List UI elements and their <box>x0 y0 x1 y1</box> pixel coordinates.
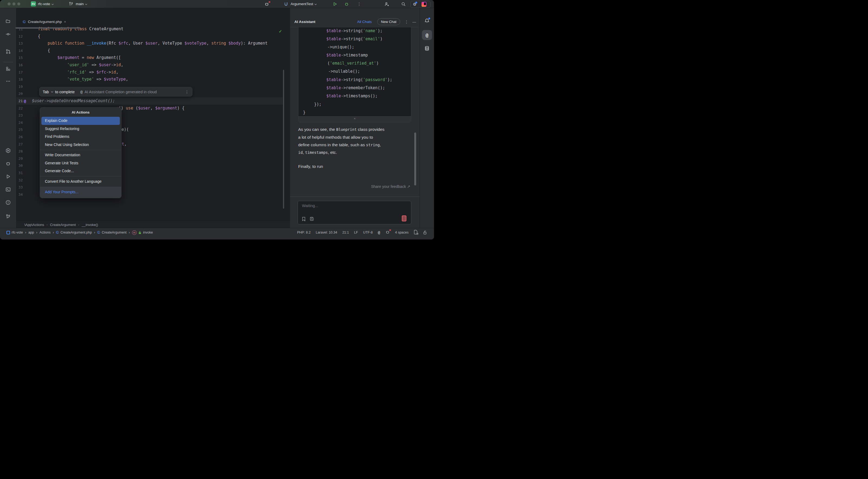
editor-vertical-scrollbar[interactable] <box>283 70 284 209</box>
tab-close-icon[interactable]: × <box>64 20 66 24</box>
save-icon[interactable] <box>310 216 314 221</box>
status-crumb-createargument[interactable]: ©CreateArgument <box>97 231 127 234</box>
hint-kebab-icon[interactable]: ⋮ <box>185 90 189 94</box>
menu-item-new-chat-using-selection[interactable]: New Chat Using Selection <box>41 141 120 149</box>
project-badge: RV <box>31 1 36 6</box>
menu-item-find-problems[interactable]: Find Problems <box>41 133 120 141</box>
share-feedback-link[interactable]: Share your feedback ↗ <box>371 184 410 189</box>
commit-tool-icon[interactable] <box>6 32 11 37</box>
chat-paragraph-line: As you can see, the Blueprint class prov… <box>298 126 384 133</box>
chat-input[interactable]: Waiting... <box>298 201 411 225</box>
chat-code-line: ('email_verified_at') <box>328 59 379 67</box>
ai-assistant-tool-icon[interactable]: @ <box>422 30 432 40</box>
breadcrumb-item[interactable]: CreateArgument <box>50 223 76 227</box>
code-line: 'rfc_id' => $rfc->id, <box>67 69 119 76</box>
mute-breakpoints-status-icon[interactable]: ✕ <box>385 230 390 234</box>
editor-breadcrumb[interactable]: \App\Actions›CreateArgument›__invoke() <box>16 220 290 229</box>
ai-completion-hint: Tab to complete @ AI Assistant Completio… <box>39 87 192 97</box>
ai-status-icon[interactable]: @ <box>378 230 380 235</box>
status-icon-wrap: ⚙ <box>414 230 418 235</box>
pull-requests-tool-icon[interactable] <box>6 49 11 54</box>
prompt-library-icon[interactable] <box>302 216 306 221</box>
notifications-bell-icon[interactable] <box>424 18 430 24</box>
chat-paragraph-line: id, timestamps, etc. <box>298 148 337 156</box>
chat-code-line: } <box>303 108 306 116</box>
new-chat-button[interactable]: New Chat <box>377 19 400 25</box>
status-item-4-spaces[interactable]: 4 spaces <box>395 231 409 234</box>
all-chats-link[interactable]: All Chats <box>357 20 372 24</box>
hint-action: to complete <box>55 90 75 94</box>
status-icon-wrap: @ <box>378 230 380 235</box>
status-crumb-createargument-php[interactable]: ©CreateArgument.php <box>56 231 92 234</box>
code-line: $user->updateUnreadMessageCount(); <box>32 97 115 105</box>
code-line: public function __invoke(Rfc $rfc, User … <box>48 40 268 47</box>
window-zoom-button[interactable] <box>17 2 20 5</box>
search-everywhere-icon[interactable] <box>401 2 406 6</box>
horizontal-scrollbar[interactable] <box>16 27 81 29</box>
status-crumb-app[interactable]: app <box>28 231 34 234</box>
panel-minimize-icon[interactable]: — <box>412 20 416 24</box>
right-tool-strip: @ <box>420 8 434 228</box>
breadcrumb-item[interactable]: \App\Actions <box>24 223 44 227</box>
problems-tool-icon[interactable] <box>5 200 11 205</box>
run-button[interactable] <box>333 2 337 6</box>
menu-item-convert-file-to-another-language[interactable]: Convert File to Another Language <box>41 178 120 186</box>
window-minimize-button[interactable] <box>12 2 16 5</box>
status-item-laravel-10-34[interactable]: Laravel: 10.34 <box>316 231 337 234</box>
file-settings-icon[interactable]: ⚙ <box>414 230 418 234</box>
status-crumb-actions[interactable]: Actions <box>39 231 51 234</box>
chat-code-line: $table->rememberToken(); <box>326 84 385 92</box>
status-item-utf-8[interactable]: UTF-8 <box>363 231 373 234</box>
mute-breakpoints-icon[interactable]: ✕ <box>265 2 269 6</box>
chat-code-line: }); <box>314 100 321 108</box>
status-crumb-invoke[interactable]: minvoke <box>132 230 153 235</box>
stop-generation-button[interactable] <box>402 215 406 221</box>
status-crumb-rfc-vote[interactable]: rfc-vote <box>6 231 23 234</box>
project-switcher[interactable]: rfc-vote <box>38 0 54 8</box>
project-icon <box>6 231 10 234</box>
menu-item-explain-code[interactable]: Explain Code <box>41 117 120 125</box>
run-configuration-select[interactable]: ArgumentTest <box>290 0 317 8</box>
panel-kebab-icon[interactable]: ⋮ <box>404 20 409 24</box>
services-tool-icon[interactable] <box>5 148 11 153</box>
code-block-collapse[interactable]: ^ <box>299 116 411 122</box>
code-with-me-icon[interactable] <box>384 2 390 7</box>
chat-scrollbar[interactable] <box>414 132 416 185</box>
window-close-button[interactable] <box>7 2 10 5</box>
chevron-down-icon <box>85 3 87 5</box>
gutter-ai-icon[interactable]: @ <box>24 98 26 105</box>
structure-tool-icon[interactable] <box>6 66 11 71</box>
unlocked-icon[interactable] <box>423 230 427 235</box>
chevron-down-icon[interactable] <box>51 91 53 93</box>
debug-button[interactable] <box>344 2 349 6</box>
branch-switcher[interactable]: main <box>76 0 87 8</box>
branch-icon <box>69 2 73 6</box>
project-tool-icon[interactable] <box>6 19 11 24</box>
chat-code-line: $table->string('password'); <box>326 76 392 84</box>
menu-item-generate-unit-tests[interactable]: Generate Unit Tests <box>41 159 120 167</box>
inspections-ok-icon[interactable]: ✓ <box>279 29 282 34</box>
menu-item-add-your-prompts[interactable]: Add Your Prompts... <box>41 188 120 196</box>
status-item-lf[interactable]: LF <box>354 231 358 234</box>
database-tool-icon[interactable] <box>424 46 430 51</box>
settings-gear-icon[interactable]: ⚙ <box>413 2 416 7</box>
breadcrumb-item[interactable]: __invoke() <box>82 223 98 227</box>
hint-source: AI Assistant Completion generated in clo… <box>85 90 157 94</box>
menu-item-write-documentation[interactable]: Write Documentation <box>41 151 120 159</box>
jetbrains-ai-icon[interactable] <box>422 2 427 7</box>
more-tools-icon[interactable] <box>6 79 11 84</box>
chat-code-line: $table->timestamp <box>326 51 368 59</box>
status-breadcrumbs: rfc-vote›app›Actions›©CreateArgument.php… <box>0 228 153 237</box>
status-item-21-1[interactable]: 21:1 <box>342 231 349 234</box>
more-actions-button[interactable]: ⋮ <box>357 0 361 8</box>
status-item-php-8-2[interactable]: PHP: 8.2 <box>297 231 311 234</box>
menu-item-generate-code[interactable]: Generate Code... <box>41 167 120 175</box>
code-line: $argument = new Argument([ <box>57 54 121 61</box>
run-tool-icon[interactable] <box>5 174 11 179</box>
git-tool-icon[interactable] <box>5 214 11 219</box>
menu-item-suggest-refactoring[interactable]: Suggest Refactoring <box>41 125 120 133</box>
terminal-tool-icon[interactable] <box>5 187 11 192</box>
debug-tool-icon[interactable] <box>5 161 11 166</box>
phpunit-icon <box>284 2 288 6</box>
chat-code-line: $table->timestamps(); <box>326 92 378 100</box>
